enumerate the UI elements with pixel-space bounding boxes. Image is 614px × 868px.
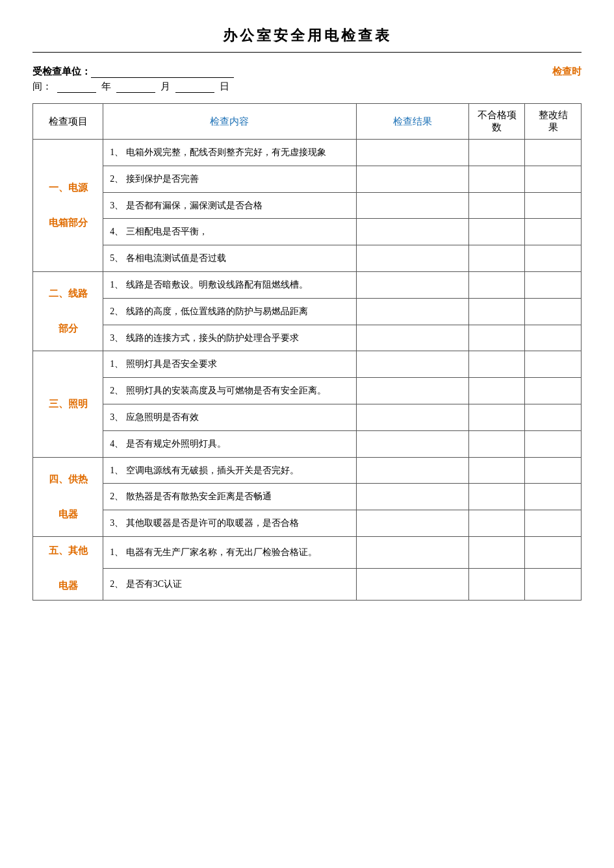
rectify-cell <box>525 271 582 298</box>
content-cell: 3、 其他取暖器是否是许可的取暖器，是否合格 <box>103 510 357 537</box>
content-cell: 2、 是否有3C认证 <box>103 568 357 600</box>
rectify-cell <box>525 140 582 166</box>
col-header-unqualified: 不合格项数 <box>468 104 525 140</box>
result-cell <box>356 378 468 404</box>
result-cell <box>356 536 468 568</box>
content-cell: 3、 应急照明是否有效 <box>103 404 357 430</box>
unqualified-cell <box>468 166 525 192</box>
unqualified-cell <box>468 457 525 484</box>
rectify-cell <box>525 219 582 245</box>
content-cell: 4、 三相配电是否平衡， <box>103 219 357 245</box>
unqualified-cell <box>468 351 525 378</box>
result-cell <box>356 404 468 430</box>
category-cell: 二、线路 部分 <box>33 271 103 351</box>
unqualified-cell <box>468 271 525 298</box>
content-cell: 1、 空调电源线有无破损，插头开关是否完好。 <box>103 457 357 484</box>
result-cell <box>356 166 468 192</box>
content-cell: 1、 电箱外观完整，配线否则整齐完好，有无虚接现象 <box>103 140 357 166</box>
unqualified-cell <box>468 192 525 219</box>
result-cell <box>356 219 468 245</box>
unqualified-cell <box>468 404 525 430</box>
rectify-cell <box>525 568 582 600</box>
time-label-left: 间： <box>32 81 52 93</box>
content-cell: 2、 线路的高度，低位置线路的防护与易燃品距离 <box>103 298 357 325</box>
result-cell <box>356 140 468 166</box>
category-cell: 四、供热 电器 <box>33 457 103 536</box>
unqualified-cell <box>468 298 525 325</box>
content-cell: 1、 线路是否暗敷设。明敷设线路配有阻燃线槽。 <box>103 271 357 298</box>
result-cell <box>356 298 468 325</box>
rectify-cell <box>525 510 582 537</box>
rectify-cell <box>525 298 582 325</box>
rectify-cell <box>525 325 582 351</box>
unqualified-cell <box>468 378 525 404</box>
inspection-table: 检查项目 检查内容 检查结果 不合格项数 整改结果 一、电源 电箱部分1、 电箱… <box>32 103 582 601</box>
year-label: 年 <box>101 81 111 93</box>
result-cell <box>356 325 468 351</box>
unqualified-cell <box>468 536 525 568</box>
page-title: 办公室安全用电检查表 <box>32 26 582 45</box>
rectify-cell <box>525 484 582 510</box>
rectify-cell <box>525 166 582 192</box>
rectify-cell <box>525 378 582 404</box>
result-cell <box>356 430 468 457</box>
unqualified-cell <box>468 245 525 272</box>
content-cell: 5、 各相电流测试值是否过载 <box>103 245 357 272</box>
result-cell <box>356 245 468 272</box>
unqualified-cell <box>468 430 525 457</box>
content-cell: 2、 散热器是否有散热安全距离是否畅通 <box>103 484 357 510</box>
col-header-category: 检查项目 <box>33 104 103 140</box>
col-header-content: 检查内容 <box>103 104 357 140</box>
result-cell <box>356 484 468 510</box>
rectify-cell <box>525 192 582 219</box>
content-cell: 3、 线路的连接方式，接头的防护处理合乎要求 <box>103 325 357 351</box>
content-cell: 3、 是否都有漏保，漏保测试是否合格 <box>103 192 357 219</box>
unqualified-cell <box>468 568 525 600</box>
rectify-cell <box>525 245 582 272</box>
col-header-result: 检查结果 <box>356 104 468 140</box>
unqualified-cell <box>468 325 525 351</box>
category-cell: 三、照明 <box>33 351 103 457</box>
col-header-rectify: 整改结果 <box>525 104 582 140</box>
category-cell: 五、其他 电器 <box>33 536 103 600</box>
rectify-cell <box>525 536 582 568</box>
day-label: 日 <box>220 81 229 93</box>
content-cell: 1、 照明灯具是否安全要求 <box>103 351 357 378</box>
unqualified-cell <box>468 219 525 245</box>
result-cell <box>356 192 468 219</box>
result-cell <box>356 271 468 298</box>
content-cell: 2、 接到保护是否完善 <box>103 166 357 192</box>
rectify-cell <box>525 457 582 484</box>
rectify-cell <box>525 430 582 457</box>
result-cell <box>356 351 468 378</box>
unqualified-cell <box>468 140 525 166</box>
rectify-cell <box>525 351 582 378</box>
content-cell: 2、 照明灯具的安装高度及与可燃物是否有安全距离。 <box>103 378 357 404</box>
rectify-cell <box>525 404 582 430</box>
unit-label: 受检查单位： <box>32 66 91 77</box>
unqualified-cell <box>468 510 525 537</box>
unqualified-cell <box>468 484 525 510</box>
month-label: 月 <box>160 81 170 93</box>
content-cell: 1、 电器有无生产厂家名称，有无出厂检验合格证。 <box>103 536 357 568</box>
result-cell <box>356 568 468 600</box>
result-cell <box>356 457 468 484</box>
content-cell: 4、 是否有规定外照明灯具。 <box>103 430 357 457</box>
time-label-right: 检查时 <box>552 66 582 77</box>
result-cell <box>356 510 468 537</box>
category-cell: 一、电源 电箱部分 <box>33 140 103 272</box>
